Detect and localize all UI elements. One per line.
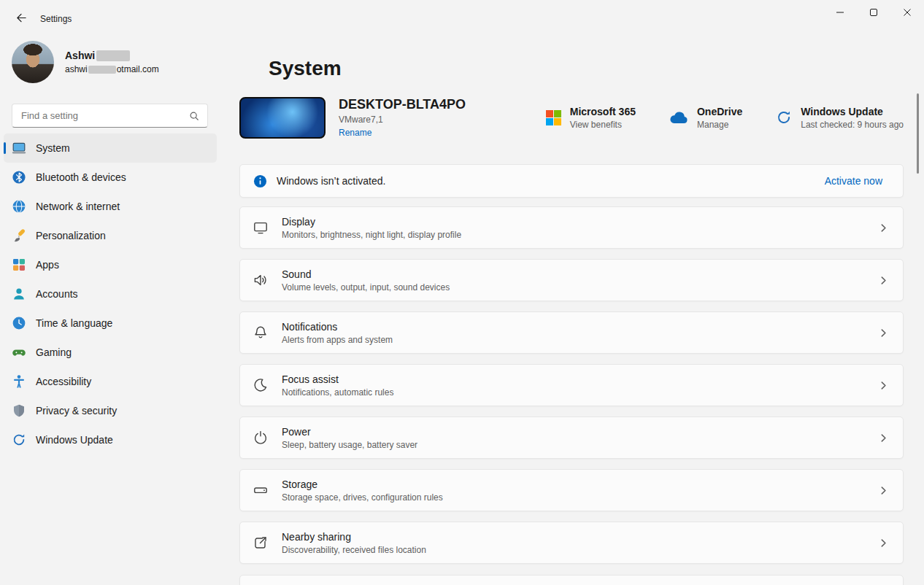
bluetooth-icon bbox=[12, 170, 26, 185]
minimize-button[interactable] bbox=[823, 0, 857, 25]
paintbrush-icon bbox=[12, 228, 26, 243]
row-subtitle: Sleep, battery usage, battery saver bbox=[282, 440, 417, 450]
chevron-right-icon bbox=[879, 223, 888, 233]
quick-link-subtitle: Last checked: 9 hours ago bbox=[801, 120, 904, 130]
quick-link-onedrive[interactable]: OneDrive Manage bbox=[669, 106, 742, 130]
row-subtitle: Discoverability, received files location bbox=[282, 545, 426, 555]
quick-link-subtitle: View benefits bbox=[570, 120, 636, 130]
user-name: Ashwi bbox=[65, 50, 95, 61]
sidebar-item-label: Time & language bbox=[36, 317, 112, 329]
chevron-right-icon bbox=[879, 433, 888, 443]
settings-row-power[interactable]: Power Sleep, battery usage, battery save… bbox=[239, 417, 904, 459]
device-header: DESKTOP-BLTA4PO VMware7,1 Rename Microso… bbox=[239, 96, 904, 139]
avatar bbox=[12, 41, 54, 83]
settings-row-display[interactable]: Display Monitors, brightness, night ligh… bbox=[239, 206, 904, 249]
sidebar-item-label: System bbox=[36, 142, 70, 154]
sidebar-item-accounts[interactable]: Accounts bbox=[4, 279, 217, 309]
sidebar-item-label: Windows Update bbox=[36, 434, 113, 446]
info-icon bbox=[253, 174, 267, 188]
search-input[interactable] bbox=[12, 110, 189, 121]
quick-link-windows-update[interactable]: Windows Update Last checked: 9 hours ago bbox=[776, 106, 904, 130]
sidebar-item-label: Network & internet bbox=[36, 201, 120, 212]
quick-link-title: Windows Update bbox=[801, 106, 904, 117]
onedrive-cloud-icon bbox=[669, 112, 688, 124]
sidebar-item-personalization[interactable]: Personalization bbox=[4, 221, 217, 250]
row-title: Focus assist bbox=[282, 373, 393, 385]
chevron-right-icon bbox=[879, 538, 888, 548]
row-subtitle: Notifications, automatic rules bbox=[282, 387, 393, 398]
sidebar-item-system[interactable]: System bbox=[4, 133, 217, 163]
shield-icon bbox=[12, 403, 26, 418]
chevron-right-icon bbox=[879, 328, 888, 338]
close-button[interactable] bbox=[890, 0, 924, 25]
display-icon bbox=[253, 220, 269, 236]
activate-now-link[interactable]: Activate now bbox=[825, 175, 882, 187]
search-icon bbox=[189, 111, 207, 121]
quick-link-title: Microsoft 365 bbox=[570, 106, 636, 117]
sidebar-item-accessibility[interactable]: Accessibility bbox=[4, 367, 217, 396]
bell-icon bbox=[253, 325, 269, 341]
system-icon bbox=[12, 141, 26, 155]
settings-row-notifications[interactable]: Notifications Alerts from apps and syste… bbox=[239, 311, 904, 354]
row-title: Display bbox=[282, 216, 461, 228]
chevron-right-icon bbox=[879, 381, 888, 390]
row-subtitle: Volume levels, output, input, sound devi… bbox=[282, 282, 450, 292]
sidebar-item-apps[interactable]: Apps bbox=[4, 250, 217, 279]
globe-icon bbox=[12, 199, 26, 214]
settings-list: Display Monitors, brightness, night ligh… bbox=[239, 206, 904, 574]
speaker-icon bbox=[253, 272, 269, 288]
settings-row-sound[interactable]: Sound Volume levels, output, input, soun… bbox=[239, 259, 904, 301]
quick-link-microsoft-365[interactable]: Microsoft 365 View benefits bbox=[546, 106, 636, 130]
device-wallpaper-thumbnail bbox=[239, 97, 326, 139]
chevron-right-icon bbox=[879, 486, 888, 495]
selected-indicator bbox=[4, 142, 6, 154]
back-button[interactable] bbox=[9, 9, 34, 29]
sidebar-item-network-internet[interactable]: Network & internet bbox=[4, 192, 217, 221]
sidebar-item-label: Accessibility bbox=[36, 376, 91, 387]
device-model: VMware7,1 bbox=[339, 115, 466, 125]
person-icon bbox=[12, 287, 26, 301]
accessibility-person-icon bbox=[12, 374, 26, 389]
row-subtitle: Monitors, brightness, night light, displ… bbox=[282, 230, 461, 240]
share-icon bbox=[253, 535, 269, 551]
row-title: Nearby sharing bbox=[282, 531, 426, 543]
sidebar-item-label: Personalization bbox=[36, 230, 106, 241]
minimize-icon bbox=[836, 7, 844, 18]
sidebar-item-gaming[interactable]: Gaming bbox=[4, 338, 217, 367]
sidebar-item-time-language[interactable]: Time & language bbox=[4, 309, 217, 338]
row-title: Notifications bbox=[282, 321, 393, 333]
sidebar-item-privacy-security[interactable]: Privacy & security bbox=[4, 396, 217, 425]
quick-links: Microsoft 365 View benefits OneDrive Man… bbox=[546, 106, 904, 130]
settings-row-focus-assist[interactable]: Focus assist Notifications, automatic ru… bbox=[239, 364, 904, 406]
partially-visible-card bbox=[239, 575, 904, 585]
sidebar-item-label: Apps bbox=[36, 259, 59, 271]
crescent-moon-icon bbox=[253, 377, 269, 393]
redaction-block bbox=[88, 66, 116, 74]
sidebar-item-windows-update[interactable]: Windows Update bbox=[4, 425, 217, 454]
maximize-icon bbox=[870, 7, 877, 18]
sidebar-nav: System Bluetooth & devices Network & int… bbox=[4, 133, 217, 454]
scrollbar-thumb[interactable] bbox=[917, 93, 919, 174]
quick-link-title: OneDrive bbox=[697, 106, 742, 117]
row-title: Power bbox=[282, 426, 417, 438]
window-title: Settings bbox=[40, 14, 72, 24]
row-title: Storage bbox=[282, 479, 443, 490]
quick-link-subtitle: Manage bbox=[697, 120, 742, 130]
sidebar-item-bluetooth-devices[interactable]: Bluetooth & devices bbox=[4, 163, 217, 192]
update-arrows-icon bbox=[776, 109, 792, 125]
maximize-button[interactable] bbox=[857, 0, 890, 25]
apps-grid-icon bbox=[12, 257, 26, 272]
window-controls bbox=[823, 0, 924, 25]
chevron-right-icon bbox=[879, 276, 888, 285]
page-title: System bbox=[269, 57, 342, 80]
rename-link[interactable]: Rename bbox=[339, 128, 371, 138]
sidebar-item-label: Privacy & security bbox=[36, 405, 117, 417]
game-controller-icon bbox=[12, 345, 26, 360]
user-profile[interactable]: Ashwi ashwi otmail.com bbox=[12, 41, 159, 83]
settings-row-nearby-sharing[interactable]: Nearby sharing Discoverability, received… bbox=[239, 522, 904, 564]
settings-row-storage[interactable]: Storage Storage space, drives, configura… bbox=[239, 469, 904, 511]
user-text: Ashwi ashwi otmail.com bbox=[65, 50, 159, 74]
sidebar-item-label: Bluetooth & devices bbox=[36, 171, 126, 183]
row-subtitle: Storage space, drives, configuration rul… bbox=[282, 492, 443, 503]
redaction-block bbox=[96, 50, 130, 61]
